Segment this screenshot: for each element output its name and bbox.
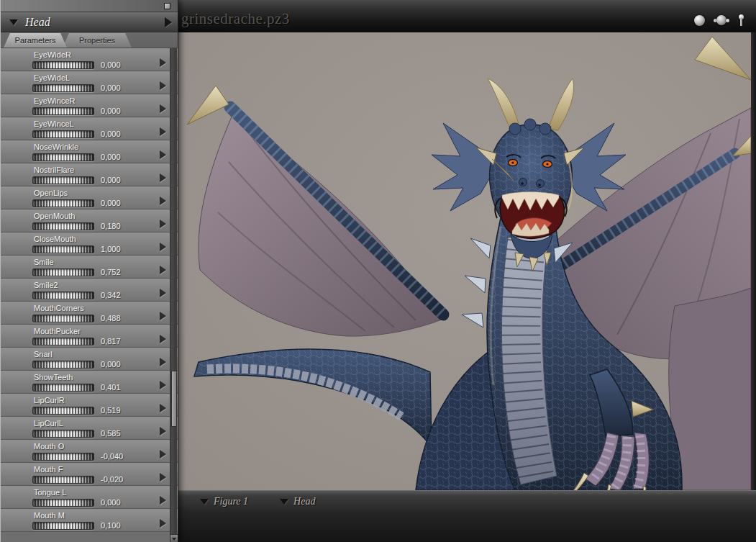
tab-properties[interactable]: Properties <box>63 33 132 48</box>
param-dial-slider[interactable] <box>32 84 94 92</box>
document-viewport[interactable] <box>178 32 751 490</box>
chevron-down-icon <box>200 499 209 505</box>
tab-parameters[interactable]: Parameters <box>4 33 67 48</box>
param-dial-slider[interactable] <box>32 61 94 69</box>
param-row: Mouth F -0,020 <box>1 463 178 486</box>
param-expand-arrow-icon[interactable] <box>160 519 166 528</box>
param-dial-slider[interactable] <box>32 107 94 115</box>
next-actor-arrow-icon[interactable] <box>165 17 172 27</box>
param-value: 0,817 <box>101 337 121 345</box>
param-value: 0,100 <box>101 521 121 530</box>
param-dial-slider[interactable] <box>32 522 94 530</box>
param-expand-arrow-icon[interactable] <box>160 104 166 113</box>
param-expand-arrow-icon[interactable] <box>160 173 166 182</box>
param-row: LipCurlR 0,519 <box>1 394 178 417</box>
actor-selector-label: Head <box>293 496 315 507</box>
param-dial-slider[interactable] <box>32 199 94 207</box>
actor-bar[interactable]: Head <box>1 12 178 32</box>
param-label: EyeWinceR <box>34 96 178 106</box>
param-dial-slider[interactable] <box>32 268 94 276</box>
palette-scrollbar[interactable] <box>170 48 177 542</box>
param-dial-slider[interactable] <box>32 384 94 392</box>
param-label: Mouth O <box>34 442 178 451</box>
figure-stem-icon <box>740 19 742 26</box>
param-value: 0,000 <box>101 60 121 69</box>
parameter-dial-list: EyeWideR 0,000 EyeWideL 0,000 EyeWinceR … <box>1 48 178 542</box>
param-value: 0,000 <box>101 360 121 369</box>
param-dial-slider[interactable] <box>32 407 94 415</box>
chevron-down-icon[interactable] <box>9 19 18 25</box>
param-dial-slider[interactable] <box>32 130 94 138</box>
param-expand-arrow-icon[interactable] <box>160 427 166 435</box>
param-dial-slider[interactable] <box>32 292 94 299</box>
param-label: LipCurlL <box>34 419 178 428</box>
param-label: OpenMouth <box>34 212 178 221</box>
param-dial-slider[interactable] <box>32 222 94 230</box>
param-expand-arrow-icon[interactable] <box>160 243 166 251</box>
scrollbar-thumb[interactable] <box>171 371 177 427</box>
param-label: LipCurlR <box>34 396 178 405</box>
param-expand-arrow-icon[interactable] <box>160 496 166 505</box>
param-expand-arrow-icon[interactable] <box>160 473 166 482</box>
param-dial-slider[interactable] <box>32 361 94 369</box>
param-expand-arrow-icon[interactable] <box>160 404 166 412</box>
actor-selector[interactable]: Head <box>280 496 315 507</box>
param-dial-slider[interactable] <box>32 245 94 253</box>
param-value: 1,000 <box>101 245 121 253</box>
parameters-palette: Head Parameters Properties EyeWideR 0,00… <box>0 0 178 542</box>
param-row: Mouth M 0,100 <box>1 509 178 532</box>
param-value: -0,020 <box>101 475 123 484</box>
param-value: 0,401 <box>101 383 121 392</box>
sphere-icon[interactable] <box>694 15 705 26</box>
trackball-ball-icon <box>716 15 727 25</box>
param-expand-arrow-icon[interactable] <box>160 381 166 389</box>
param-label: Mouth M <box>34 511 178 520</box>
param-expand-arrow-icon[interactable] <box>160 335 166 343</box>
param-expand-arrow-icon[interactable] <box>160 150 166 159</box>
palette-title-bar[interactable] <box>1 0 178 12</box>
param-label: ShowTeeth <box>34 373 178 382</box>
palette-tabs: Parameters Properties <box>1 32 178 48</box>
param-label: Smile2 <box>34 281 178 290</box>
scroll-down-button[interactable] <box>170 534 178 542</box>
param-dial-slider[interactable] <box>32 315 94 322</box>
param-dial-slider[interactable] <box>32 153 94 161</box>
param-row: Smile2 0,342 <box>1 279 178 302</box>
param-label: NoseWrinkle <box>34 143 178 152</box>
param-expand-arrow-icon[interactable] <box>160 266 166 274</box>
param-expand-arrow-icon[interactable] <box>160 358 166 366</box>
param-dial-slider[interactable] <box>32 338 94 345</box>
param-row: EyeWinceR 0,000 <box>1 94 178 117</box>
param-value: 0,000 <box>101 153 121 161</box>
param-row: MouthCorners 0,488 <box>1 302 178 325</box>
param-expand-arrow-icon[interactable] <box>160 289 166 297</box>
param-dial-slider[interactable] <box>32 476 94 484</box>
param-dial-slider[interactable] <box>32 430 94 438</box>
param-label: Snarl <box>34 350 178 359</box>
param-label: MouthCorners <box>34 304 178 313</box>
param-dial-slider[interactable] <box>32 453 94 461</box>
param-expand-arrow-icon[interactable] <box>160 197 166 205</box>
param-row: EyeWideR 0,000 <box>1 48 178 71</box>
actor-title: Head <box>25 16 50 29</box>
param-value: 0,000 <box>101 498 121 507</box>
param-dial-slider[interactable] <box>32 176 94 184</box>
param-row: CloseMouth 1,000 <box>1 232 178 256</box>
param-expand-arrow-icon[interactable] <box>160 220 166 228</box>
param-dial-slider[interactable] <box>32 499 94 507</box>
param-value: 0,519 <box>101 406 121 415</box>
param-row: EyeWinceL 0,000 <box>1 117 178 140</box>
figure-icon[interactable] <box>738 14 744 26</box>
trackball-icon[interactable] <box>714 15 729 26</box>
param-label: MouthPucker <box>34 327 178 336</box>
figure-selector[interactable]: Figure 1 <box>200 496 248 507</box>
param-label: Mouth F <box>34 465 178 474</box>
collapse-box-icon[interactable] <box>164 3 170 9</box>
param-expand-arrow-icon[interactable] <box>160 450 166 459</box>
param-expand-arrow-icon[interactable] <box>160 127 166 136</box>
param-label: EyeWideR <box>34 50 178 60</box>
param-expand-arrow-icon[interactable] <box>160 58 166 67</box>
param-label: Smile <box>34 258 178 267</box>
param-expand-arrow-icon[interactable] <box>160 81 166 90</box>
param-expand-arrow-icon[interactable] <box>160 312 166 320</box>
